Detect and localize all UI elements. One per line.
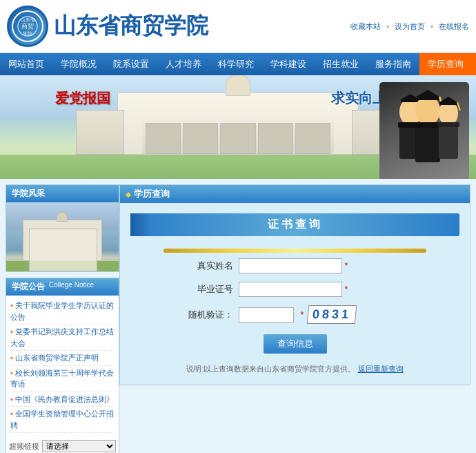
banner-graduates — [379, 82, 469, 179]
cert-row: 毕业证号 * — [185, 282, 406, 297]
captcha-input[interactable] — [239, 307, 294, 322]
nav-research[interactable]: 科学研究 — [210, 53, 262, 75]
captcha-required: * — [301, 310, 304, 320]
cert-title-bar: 证书查询 — [130, 213, 459, 236]
svg-marker-15 — [416, 90, 439, 97]
notice-title-cn: 学院公告 — [12, 281, 45, 293]
nav-discipline[interactable]: 学科建设 — [262, 53, 315, 75]
name-label: 真实姓名 — [185, 260, 233, 272]
header-links: 收藏本站 • 设为首页 • 在线报名 — [350, 21, 469, 32]
banner-text-left: 爱党报国 — [55, 89, 110, 108]
banner: 爱党报国 求实向上 — [0, 75, 476, 179]
main-content: 学院风采 学院公告 College Notice 关于我院毕业学生学历认证的公 — [0, 179, 476, 453]
nav-service[interactable]: 服务指南 — [367, 53, 419, 75]
nav-departments[interactable]: 院系设置 — [105, 53, 157, 75]
site-title: 山东省商贸学院 — [54, 11, 208, 41]
note-text: 说明:以上查询数据来自山东省商贸学院官方提供。 — [186, 365, 355, 373]
cert-query-title: 证书查询 — [268, 218, 323, 230]
query-form: 真实姓名 * 毕业证号 * 随机验证： * 0831 — [185, 258, 406, 324]
campus-section: 学院风采 — [6, 184, 119, 272]
name-required: * — [345, 261, 348, 271]
notice-section: 学院公告 College Notice 关于我院毕业学生学历认证的公告 党委书记… — [6, 278, 119, 453]
logo-area: 山东省 商贸 学院 山东省商贸学院 — [7, 6, 208, 47]
section-title: 学历查询 — [134, 188, 170, 200]
cert-required: * — [345, 285, 348, 294]
notice-item-5[interactable]: 全国学生资助管理中心公开招聘 — [10, 407, 115, 433]
nav-bar: 网站首页 学院概况 院系设置 人才培养 科学研究 学科建设 招生就业 服务指南 … — [0, 53, 476, 75]
nav-overview[interactable]: 学院概况 — [52, 53, 105, 75]
dropdown-label: 超频链接 — [9, 441, 39, 452]
banner-building: 爱党报国 求实向上 — [0, 75, 476, 179]
svg-rect-19 — [437, 122, 459, 127]
svg-line-22 — [457, 102, 460, 110]
nav-degree-query[interactable]: 学历查询 — [419, 53, 472, 75]
cert-input[interactable] — [239, 282, 342, 297]
notice-item-1[interactable]: 党委书记到洪庆支持工作总结大会 — [10, 325, 115, 351]
captcha-row: 随机验证： * 0831 — [185, 305, 406, 324]
submit-button[interactable]: 查询信息 — [264, 334, 327, 354]
online-enroll-link[interactable]: 在线报名 — [439, 21, 469, 32]
cert-label: 毕业证号 — [185, 283, 233, 296]
svg-text:山东省: 山东省 — [21, 17, 35, 23]
name-input[interactable] — [239, 258, 342, 273]
svg-text:学院: 学院 — [23, 31, 32, 37]
notice-item-2[interactable]: 山东省商贸学院严正声明 — [10, 351, 115, 366]
campus-image — [6, 202, 119, 271]
submit-row: 查询信息 — [130, 334, 459, 354]
sidebar: 学院风采 学院公告 College Notice 关于我院毕业学生学历认证的公 — [6, 184, 119, 453]
content-area: 学历查询 证书查询 真实姓名 — [119, 184, 470, 453]
captcha-label: 随机验证： — [185, 309, 233, 321]
note-area: 说明:以上查询数据来自山东省商贸学院官方提供。 返回重新查询 — [130, 364, 459, 374]
svg-rect-18 — [439, 124, 458, 159]
svg-text:商贸: 商贸 — [21, 23, 34, 30]
notice-item-3[interactable]: 校长刘领海第三十周年学代会寄语 — [10, 366, 115, 392]
nav-talent[interactable]: 人才培养 — [157, 53, 210, 75]
reset-link[interactable]: 返回重新查询 — [358, 365, 404, 373]
nav-enrollment[interactable]: 招生就业 — [315, 53, 367, 75]
nav-home[interactable]: 网站首页 — [0, 53, 52, 75]
campus-title: 学院风采 — [6, 185, 119, 202]
sidebar-select-area: 超频链接 请选择 学校官网 教务系统 图书馆 — [6, 438, 119, 453]
notice-item-0[interactable]: 关于我院毕业学生学历认证的公告 — [10, 298, 115, 325]
captcha-image: 0831 — [307, 305, 357, 324]
cert-query-area: 证书查询 真实姓名 * 毕业证号 — [120, 203, 470, 385]
svg-rect-12 — [415, 124, 440, 162]
svg-rect-14 — [416, 97, 439, 100]
campus-building-thumb — [6, 202, 119, 271]
links-dropdown[interactable]: 请选择 学校官网 教务系统 图书馆 — [42, 440, 116, 452]
logo-circle: 山东省 商贸 学院 — [7, 6, 48, 47]
nav-date: 2012年8月17日 星期五 — [472, 53, 476, 75]
svg-marker-21 — [439, 97, 457, 102]
svg-rect-20 — [439, 102, 457, 105]
name-row: 真实姓名 * — [185, 258, 406, 273]
notice-title: 学院公告 College Notice — [6, 278, 119, 296]
banner-text-right: 求实向上 — [331, 89, 386, 108]
homepage-link[interactable]: 设为首页 — [395, 21, 425, 32]
degree-query-section: 学历查询 证书查询 真实姓名 — [119, 184, 470, 385]
section-header: 学历查询 — [120, 185, 470, 203]
notice-list: 关于我院毕业学生学历认证的公告 党委书记到洪庆支持工作总结大会 山东省商贸学院严… — [6, 296, 119, 436]
header: 山东省 商贸 学院 山东省商贸学院 收藏本站 • 设为首页 • 在线报名 — [0, 0, 476, 53]
captcha-area: * 0831 — [239, 305, 357, 324]
notice-title-en: College Notice — [49, 281, 94, 293]
bookmark-link[interactable]: 收藏本站 — [350, 21, 381, 32]
notice-item-4[interactable]: 中国《民办教育促进法总则》 — [10, 392, 115, 407]
